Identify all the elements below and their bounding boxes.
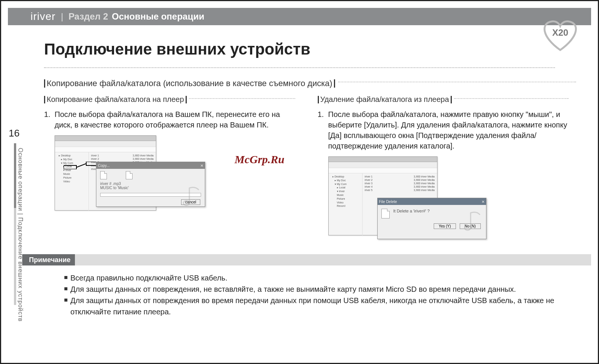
separator: |: [61, 11, 63, 22]
left-step: 1. После выбора файла/каталога на Вашем …: [44, 109, 295, 130]
section-label: Раздел 2: [69, 11, 108, 22]
header-bar: iriver | Раздел 2 Основные операции: [8, 8, 591, 25]
step-text: После выбора файла/каталога на Вашем ПК,…: [55, 109, 295, 130]
drag-arrow-icon: [64, 162, 101, 169]
section-title: Основные операции: [112, 11, 204, 22]
delete-dialog-title: File Delete: [379, 200, 397, 204]
file-icon: [126, 171, 133, 179]
left-subhead-text: Копирование файла/каталога на плеер: [47, 95, 184, 104]
step-num: 1.: [318, 109, 328, 151]
file-icon: [381, 209, 390, 218]
note-item: Для защиты данных от повреждения, не вст…: [64, 284, 591, 295]
file-icon: [100, 171, 107, 179]
brand-logo: iriver: [30, 11, 56, 23]
svg-rect-1: [64, 165, 76, 169]
columns: Копирование файла/каталога на плеер 1. П…: [8, 95, 591, 243]
step-num: 1.: [44, 109, 55, 130]
yes-button[interactable]: Yes (Y): [434, 223, 456, 229]
main-subhead-text: Копирование файла/каталога (использовани…: [47, 79, 332, 88]
page-number: 16: [9, 127, 20, 139]
left-column: Копирование файла/каталога на плеер 1. П…: [8, 95, 310, 243]
watermark: McGrp.Ru: [235, 153, 285, 166]
right-subhead-text: Удаление файла/каталога из плеера: [320, 95, 449, 104]
main-subhead: Копирование файла/каталога (использовани…: [44, 79, 591, 88]
dotted-rule: [44, 67, 555, 68]
close-icon: ✕: [200, 164, 203, 168]
badge-text: X20: [552, 27, 569, 38]
delete-screenshot: ▸ Desktop▸ My Doc▾ My Com ▸ Local▾ irive…: [328, 156, 486, 243]
left-subhead: Копирование файла/каталога на плеер: [44, 95, 295, 104]
page-title: Подключение внешних устройств: [44, 40, 591, 58]
close-icon: ✕: [482, 200, 485, 204]
right-step: 1. После выбора файла/каталога, нажмите …: [318, 109, 569, 151]
svg-line-2: [76, 164, 86, 167]
music-note-icon: [457, 209, 483, 232]
folder-tree: ▸ Desktop▸ My Doc▾ My Com ▸ Local▾ irive…: [55, 152, 89, 211]
step-text: После выбора файла/каталога, нажмите пра…: [328, 109, 569, 151]
folder-tree: ▸ Desktop▸ My Doc▾ My Com ▸ Local▾ irive…: [329, 173, 363, 236]
side-text: Основные операции | Подключение внешних …: [17, 148, 24, 322]
notes-list: Всегда правильно подключайте USB кабель.…: [64, 272, 591, 317]
side-line: [14, 143, 16, 305]
model-badge: X20: [538, 16, 583, 54]
copy-dialog-title: Copy...: [98, 164, 110, 168]
note-item: Для защиты данных от повреждения во врем…: [64, 295, 591, 317]
note-header: Примечание: [22, 254, 591, 265]
note-item: Всегда правильно подключайте USB кабель.: [64, 272, 591, 284]
page-frame: iriver | Раздел 2 Основные операции X20 …: [0, 0, 599, 364]
music-note-icon: [176, 184, 202, 207]
copy-screenshot: ▸ Desktop▸ My Doc▾ My Com ▸ Local▾ irive…: [55, 135, 205, 218]
right-column: Удаление файла/каталога из плеера 1. Пос…: [310, 95, 591, 243]
right-subhead: Удаление файла/каталога из плеера: [318, 95, 569, 104]
note-label: Примечание: [22, 256, 70, 264]
delete-msg: It Delete a 'iriver#' ?: [393, 209, 430, 213]
